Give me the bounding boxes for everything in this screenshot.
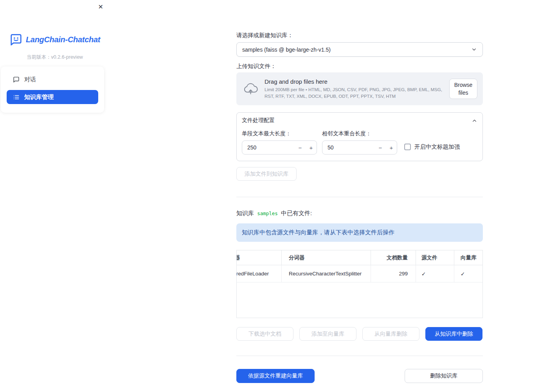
sidebar-item-dialogue[interactable]: 对话 <box>7 72 98 87</box>
sidebar-item-label: 知识库管理 <box>24 94 54 101</box>
max-length-input[interactable]: 250 − + <box>242 140 317 155</box>
add-files-button[interactable]: 添加文件到知识库 <box>236 167 297 181</box>
overlap-length-label: 相邻文本重合长度： <box>322 130 397 137</box>
col-header-splitter[interactable]: 分词器 <box>282 250 371 265</box>
zh-title-checkbox[interactable]: 开启中文标题加强 <box>404 143 460 151</box>
browse-files-button[interactable]: Browse files <box>449 79 477 99</box>
main-area: 请选择或新建知识库： samples (faiss @ bge-large-zh… <box>110 0 540 392</box>
chevron-down-icon <box>471 47 477 52</box>
files-table[interactable]: 文档加载器 分词器 文档数量 源文件 向量库 UnstructuredFileL… <box>236 250 483 318</box>
cell-vector-store-check: ✓ <box>454 265 483 282</box>
chevron-up-icon <box>472 118 477 124</box>
kb-select-label: 请选择或新建知识库： <box>236 31 483 39</box>
info-banner: 知识库中包含源文件与向量库，请从下表中选择文件后操作 <box>236 223 483 242</box>
sidebar-item-label: 对话 <box>24 76 36 83</box>
delete-kb-button[interactable]: 删除知识库 <box>405 369 483 383</box>
existing-files-line: 知识库 samples 中已有文件: <box>236 209 483 218</box>
col-header-loader[interactable]: 文档加载器 <box>236 250 282 265</box>
logo-chat-icon <box>9 34 23 45</box>
cell-splitter: RecursiveCharacterTextSplitter <box>282 265 371 282</box>
existing-prefix: 知识库 <box>236 210 254 216</box>
table-header-row: 文档加载器 分词器 文档数量 源文件 向量库 <box>236 250 483 265</box>
existing-suffix: 中已有文件: <box>281 210 312 216</box>
expander-title: 文件处理配置 <box>242 117 275 124</box>
overlap-length-value[interactable]: 50 <box>322 141 375 154</box>
file-config-expander: 文件处理配置 单段文本最大长度： 250 − + 相邻文 <box>236 112 483 161</box>
decrement-button[interactable]: − <box>295 141 306 154</box>
rebuild-vector-store-button[interactable]: 依据源文件重建向量库 <box>236 369 315 383</box>
row-actions: 下载选中文档 添加至向量库 从向量库删除 从知识库中删除 <box>236 327 483 341</box>
cell-doc-count: 299 <box>371 265 416 282</box>
checkbox-label: 开启中文标题加强 <box>414 143 460 151</box>
decrement-button[interactable]: − <box>375 141 386 154</box>
kb-actions: 依据源文件重建向量库 删除知识库 <box>236 369 483 383</box>
close-icon[interactable]: ✕ <box>97 3 104 11</box>
kb-name-code: samples <box>257 210 278 216</box>
expander-header[interactable]: 文件处理配置 <box>237 113 482 128</box>
kb-select[interactable]: samples (faiss @ bge-large-zh-v1.5) <box>236 42 483 57</box>
dropzone-title: Drag and drop files here <box>265 78 443 85</box>
divider <box>236 356 483 356</box>
info-text: 知识库中包含源文件与向量库，请从下表中选择文件后操作 <box>242 229 394 236</box>
app-title: LangChain-Chatchat <box>26 35 100 44</box>
upload-label: 上传知识文件： <box>236 62 483 70</box>
sidebar: ✕ LangChain-Chatchat 当前版本：v0.2.6-preview… <box>0 0 110 392</box>
add-to-vector-store-button[interactable]: 添加至向量库 <box>299 327 356 341</box>
checkbox-box[interactable] <box>404 144 411 150</box>
chat-bubble-icon <box>13 76 20 83</box>
increment-button[interactable]: + <box>386 141 397 154</box>
sidebar-nav: 对话 知识库管理 <box>1 67 104 113</box>
col-header-vector-store[interactable]: 向量库 <box>454 250 483 265</box>
download-selected-button[interactable]: 下载选中文档 <box>236 327 293 341</box>
version-label: 当前版本：v0.2.6-preview <box>0 54 110 61</box>
table-row[interactable]: UnstructuredFileLoader RecursiveCharacte… <box>236 265 483 282</box>
cell-loader: UnstructuredFileLoader <box>236 265 282 282</box>
dropzone-limit-text: Limit 200MB per file • HTML, MD, JSON, C… <box>265 86 443 99</box>
file-dropzone[interactable]: Drag and drop files here Limit 200MB per… <box>236 72 483 105</box>
list-icon <box>13 94 20 101</box>
increment-button[interactable]: + <box>306 141 317 154</box>
sidebar-item-kb-management[interactable]: 知识库管理 <box>7 90 98 104</box>
cell-source-file-check: ✓ <box>416 265 454 282</box>
kb-select-value: samples (faiss @ bge-large-zh-v1.5) <box>242 47 331 53</box>
max-length-value[interactable]: 250 <box>242 141 295 154</box>
upload-cloud-icon <box>243 83 258 95</box>
delete-from-kb-button[interactable]: 从知识库中删除 <box>425 327 482 341</box>
app-logo: LangChain-Chatchat <box>0 34 110 45</box>
max-length-label: 单段文本最大长度： <box>242 130 317 137</box>
delete-from-vector-store-button[interactable]: 从向量库删除 <box>362 327 419 341</box>
col-header-source-file[interactable]: 源文件 <box>416 250 454 265</box>
col-header-doc-count[interactable]: 文档数量 <box>371 250 416 265</box>
overlap-length-input[interactable]: 50 − + <box>322 140 397 155</box>
divider <box>236 197 483 197</box>
